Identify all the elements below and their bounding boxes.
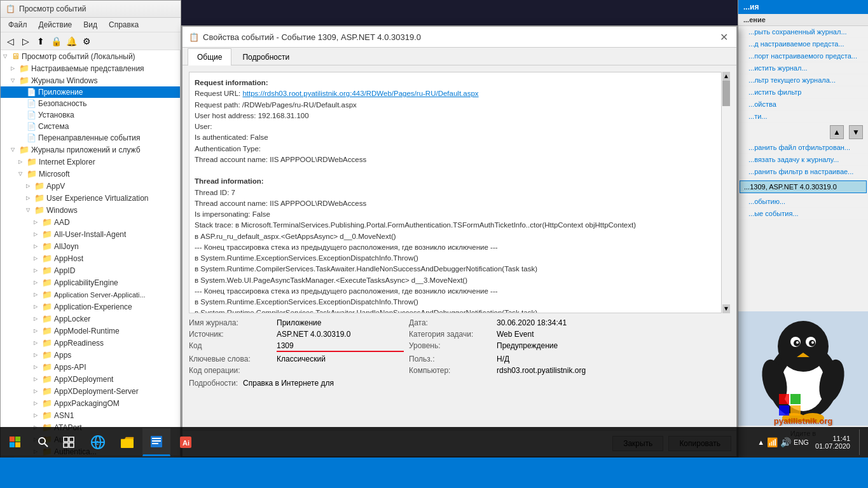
tree-item-windows-logs[interactable]: ▽ 📁 Журналы Windows (1, 74, 180, 86)
tree-item-appexperience[interactable]: ▷ 📁 Application-Experience (1, 301, 180, 313)
scroll-thumb[interactable] (722, 81, 730, 106)
show-desktop-btn[interactable] (859, 430, 863, 455)
tree-item-forwarded[interactable]: 📄 Перенаправленные события (1, 132, 180, 144)
tree-item-appmodelruntime[interactable]: ▷ 📁 AppModel-Runtime (1, 325, 180, 337)
toolbar-back[interactable]: ◁ (3, 34, 17, 48)
folder-icon: 📁 (42, 410, 52, 420)
request-url-link[interactable]: https://rdsh03.root.pyatilistnik.org:443… (242, 90, 478, 97)
tree-item-apps[interactable]: ▷ 📁 Apps (1, 349, 180, 361)
tree-item-custom-views[interactable]: ▷ 📁 Настраиваемые представления (1, 62, 180, 74)
expand-icon: ▷ (34, 388, 40, 394)
right-panel-action-8[interactable]: ...ранить файл отфильтрован... (738, 142, 868, 154)
tree-item-ie[interactable]: ▷ 📁 Internet Explorer (1, 156, 180, 168)
tree-item-security[interactable]: 📄 Безопасность (1, 98, 180, 109)
auth-type-row: Authentication Type: (195, 144, 724, 154)
folder-icon: 📁 (34, 193, 45, 203)
toolbar-btn2[interactable]: 🔔 (64, 34, 78, 48)
tree-item-microsoft[interactable]: ▽ 📁 Microsoft (1, 168, 180, 180)
tree-item-uev[interactable]: ▷ 📁 User Experience Virtualization (1, 192, 180, 204)
expand-icon: ▽ (11, 147, 17, 152)
level-value: Предупреждение (497, 341, 624, 352)
toolbar-forward[interactable]: ▷ (18, 34, 32, 48)
tree-item-system[interactable]: 📄 Система (1, 121, 180, 132)
taskbar-app-misc[interactable]: Ai (172, 428, 200, 456)
tree-item-windows[interactable]: ▽ 📁 Windows (1, 204, 180, 216)
folder-icon: 📁 (42, 229, 52, 239)
right-panel-event-action-0[interactable]: ...обытию... (738, 196, 868, 208)
systray-language[interactable]: ENG (794, 438, 809, 446)
right-panel-action-10[interactable]: ...ранить фильтр в настраивае... (738, 166, 868, 178)
tree-item-application[interactable]: 📄 Приложение (1, 86, 180, 98)
tree-item-appxdeploymentserver[interactable]: ▷ 📁 AppXDeployment-Server (1, 385, 180, 397)
details-link[interactable]: Справка в Интернете для (243, 379, 334, 388)
tree-root[interactable]: ▽ 🖥 Просмотр событий (Локальный) (1, 50, 180, 62)
tree-item-appreadiness[interactable]: ▷ 📁 AppReadiness (1, 337, 180, 349)
expand-icon: ▽ (26, 207, 32, 213)
tree-item-appxdeployment[interactable]: ▷ 📁 AppXDeployment (1, 373, 180, 385)
tree-panel[interactable]: ▽ 🖥 Просмотр событий (Локальный) ▷ 📁 Нас… (1, 50, 181, 456)
op-code-label: Код операции: (189, 366, 272, 375)
level-label: Уровень: (409, 341, 492, 352)
right-panel-action-7[interactable]: ...ти... (738, 111, 868, 123)
tree-item-appv[interactable]: ▷ 📁 AppV (1, 180, 180, 192)
watermark-text: pyatilistnik.org (738, 416, 868, 426)
tab-general[interactable]: Общие (188, 48, 231, 65)
thread-id-row: Thread ID: 7 (195, 187, 724, 198)
taskbar-clock[interactable]: 11:41 01.07.2020 (811, 432, 854, 452)
right-panel-action-0[interactable]: ...рыть сохраненный журнал... (738, 26, 868, 38)
tree-item-applicabilityengine[interactable]: ▷ 📁 ApplicabilityEngine (1, 276, 180, 288)
expand-icon: ▷ (34, 255, 40, 261)
menu-action[interactable]: Действие (34, 19, 78, 30)
tree-item-appsapi[interactable]: ▷ 📁 Apps-API (1, 361, 180, 373)
tree-item-alljoyn[interactable]: ▷ 📁 AllJoyn (1, 240, 180, 252)
start-button[interactable] (0, 427, 31, 458)
search-taskbar-icon[interactable] (31, 427, 56, 458)
menu-view[interactable]: Вид (78, 19, 102, 30)
event-properties-dialog: 📋 Свойства событий - Событие 1309, ASP.N… (181, 25, 738, 458)
right-panel-action-6[interactable]: ...ойства (738, 98, 868, 111)
dialog-content: Request information: Request URL: https:… (183, 65, 736, 425)
tree-item-aad[interactable]: ▷ 📁 AAD (1, 216, 180, 228)
scroll-up-btn[interactable]: ▲ (722, 72, 730, 81)
keywords-value: Классический (277, 355, 404, 363)
right-panel-event-action-1[interactable]: ...ые события... (738, 208, 868, 220)
tree-item-setup[interactable]: 📄 Установка (1, 109, 180, 121)
right-panel-action-2[interactable]: ...порт настраиваемого предста... (738, 50, 868, 62)
dialog-close-button[interactable]: ✕ (717, 30, 730, 43)
tree-item-applocker[interactable]: ▷ 📁 AppLocker (1, 313, 180, 325)
svg-text:e: e (95, 439, 99, 446)
user-detail-label: Польз.: (409, 355, 492, 363)
right-panel-section1: ...ение (738, 14, 868, 26)
toolbar: ◁ ▷ ⬆ 🔒 🔔 ⚙ (1, 32, 181, 50)
nav-down[interactable]: ▼ (849, 125, 863, 139)
text-scrollbar[interactable]: ▲ ▼ (721, 72, 730, 313)
right-panel-action-5[interactable]: ...истить фильтр (738, 86, 868, 98)
tree-item-appid[interactable]: ▷ 📁 AppID (1, 264, 180, 276)
menu-file[interactable]: Файл (3, 19, 32, 30)
taskbar-event-viewer[interactable] (142, 428, 170, 456)
toolbar-up[interactable]: ⬆ (34, 34, 48, 48)
expand-icon: ▽ (18, 171, 25, 177)
right-panel-action-3[interactable]: ...истить журнал... (738, 62, 868, 74)
systray-expand[interactable]: ▲ (757, 438, 764, 446)
right-panel-action-1[interactable]: ...д настраиваемое предста... (738, 38, 868, 50)
taskbar-file-explorer[interactable] (113, 428, 141, 456)
right-panel-action-9[interactable]: ...вязать задачу к журналу... (738, 154, 868, 166)
toolbar-btn1[interactable]: 🔒 (49, 34, 63, 48)
tree-item-asn1[interactable]: ▷ 📁 ASN1 (1, 409, 180, 421)
right-panel-action-4[interactable]: ...льтр текущего журнала... (738, 74, 868, 86)
tree-item-apphost[interactable]: ▷ 📁 AppHost (1, 252, 180, 264)
tree-item-appserver[interactable]: ▷ 📁 Application Server-Applicati... (1, 288, 180, 301)
tab-details[interactable]: Подробности (233, 48, 299, 65)
task-view-icon[interactable] (56, 427, 81, 458)
event-text-area[interactable]: Request information: Request URL: https:… (189, 72, 730, 313)
tree-item-alluserinstall[interactable]: ▷ 📁 All-User-Install-Agent (1, 228, 180, 240)
taskbar-ie[interactable]: e (84, 428, 112, 456)
menu-help[interactable]: Справка (104, 19, 144, 30)
tree-item-appxpackaging[interactable]: ▷ 📁 AppxPackagingOM (1, 397, 180, 409)
scroll-down-btn[interactable]: ▼ (722, 304, 730, 313)
tree-item-app-logs[interactable]: ▽ 📁 Журналы приложений и служб (1, 144, 180, 156)
nav-up[interactable]: ▲ (830, 125, 844, 139)
search-icon (38, 437, 49, 448)
toolbar-btn3[interactable]: ⚙ (79, 34, 93, 48)
